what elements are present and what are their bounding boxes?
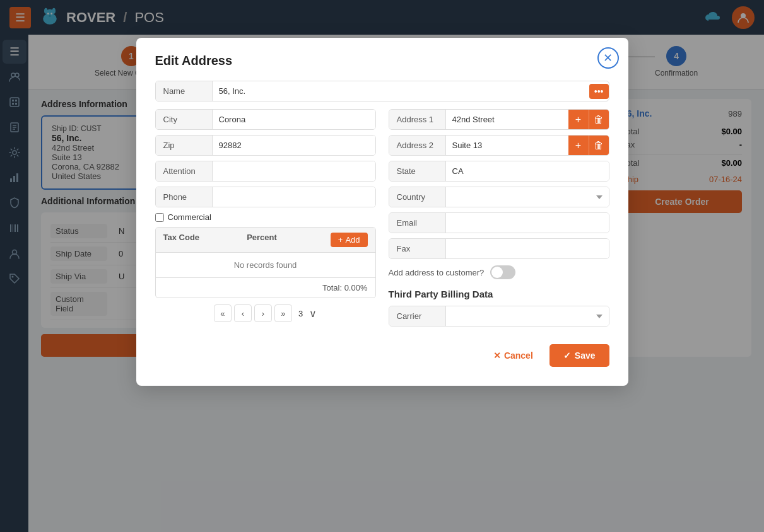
city-field-row: City	[155, 109, 376, 130]
cancel-label: Cancel	[504, 350, 533, 361]
attention-label: Attention	[156, 161, 213, 181]
modal-close-button[interactable]: ✕	[597, 47, 619, 69]
address1-add-button[interactable]: +	[568, 110, 589, 129]
add-address-toggle[interactable]	[490, 265, 515, 279]
fax-input[interactable]	[446, 239, 609, 258]
country-label: Country	[389, 187, 446, 207]
tax-empty-message: No records found	[156, 253, 375, 277]
zip-label: Zip	[156, 136, 213, 155]
first-page-button[interactable]: «	[214, 304, 232, 322]
modal-footer: ✕ Cancel ✓ Save	[155, 344, 609, 367]
plus-icon: +	[338, 235, 343, 245]
email-input[interactable]	[446, 213, 609, 233]
commercial-checkbox[interactable]	[155, 213, 164, 222]
name-input[interactable]	[213, 81, 584, 101]
address2-label: Address 2	[389, 136, 446, 155]
attention-input[interactable]	[213, 161, 375, 181]
address1-delete-button[interactable]: 🗑	[589, 110, 609, 129]
state-label: State	[389, 161, 446, 181]
address1-label: Address 1	[389, 110, 446, 129]
more-options-button[interactable]: •••	[589, 84, 609, 99]
next-page-button[interactable]: ›	[254, 304, 272, 322]
address1-actions: + 🗑	[568, 110, 609, 129]
current-page: 3	[295, 309, 307, 318]
modal-body: City Zip Attention Phone	[155, 109, 609, 332]
modal-overlay: Edit Address ✕ Name ••• City Zip	[0, 0, 764, 532]
state-input[interactable]	[446, 161, 609, 181]
billing-title: Third Party Billing Data	[389, 289, 609, 299]
save-label: Save	[575, 350, 596, 361]
page-dropdown-arrow[interactable]: ∨	[309, 308, 317, 320]
prev-page-button[interactable]: ‹	[234, 304, 252, 322]
fax-label: Fax	[389, 239, 446, 258]
carrier-field-row: Carrier FedEx UPS	[389, 306, 609, 327]
edit-address-modal: Edit Address ✕ Name ••• City Zip	[136, 38, 628, 386]
phone-input[interactable]	[213, 187, 375, 207]
add-address-row: Add address to customer?	[389, 265, 609, 279]
save-check-icon: ✓	[563, 350, 571, 361]
phone-field-row: Phone	[155, 187, 376, 207]
fax-field-row: Fax	[389, 238, 609, 259]
pagination: « ‹ › » 3 ∨	[155, 304, 376, 322]
add-address-label: Add address to customer?	[389, 268, 485, 277]
tax-table: Tax Code Percent + Add No records found …	[155, 227, 376, 298]
carrier-select[interactable]: FedEx UPS	[446, 306, 609, 326]
last-page-button[interactable]: »	[274, 304, 292, 322]
toggle-knob	[491, 267, 503, 278]
address2-delete-button[interactable]: 🗑	[589, 136, 609, 155]
carrier-label: Carrier	[389, 306, 446, 326]
address1-input[interactable]	[446, 110, 568, 129]
commercial-label: Commercial	[168, 212, 211, 222]
cancel-x-icon: ✕	[493, 350, 501, 361]
percent-header: Percent	[247, 233, 331, 247]
address1-field-row: Address 1 + 🗑	[389, 109, 609, 130]
save-button[interactable]: ✓ Save	[549, 344, 609, 367]
commercial-checkbox-row: Commercial	[155, 212, 376, 222]
modal-title: Edit Address	[155, 54, 609, 68]
add-tax-button[interactable]: + Add	[331, 233, 368, 247]
email-label: Email	[389, 213, 446, 233]
add-label: Add	[345, 235, 360, 245]
name-label: Name	[156, 81, 213, 101]
country-select[interactable]: United States Canada	[446, 187, 609, 207]
zip-field-row: Zip	[155, 135, 376, 156]
cancel-button[interactable]: ✕ Cancel	[483, 344, 543, 367]
address2-field-row: Address 2 + 🗑	[389, 135, 609, 156]
name-field-row: Name •••	[155, 81, 609, 101]
tax-code-header: Tax Code	[163, 233, 247, 247]
city-label: City	[156, 110, 213, 129]
add-tax-area: + Add	[331, 233, 368, 247]
city-input[interactable]	[213, 110, 375, 129]
tax-header: Tax Code Percent + Add	[156, 228, 375, 253]
phone-label: Phone	[156, 187, 213, 207]
tax-total: Total: 0.00%	[156, 277, 375, 298]
modal-right-column: Address 1 + 🗑 Address 2 + 🗑	[389, 109, 609, 332]
state-field-row: State	[389, 161, 609, 182]
address2-input[interactable]	[446, 136, 568, 155]
modal-left-column: City Zip Attention Phone	[155, 109, 376, 332]
country-field-row: Country United States Canada	[389, 187, 609, 207]
email-field-row: Email	[389, 212, 609, 233]
address2-actions: + 🗑	[568, 136, 609, 155]
address2-add-button[interactable]: +	[568, 136, 589, 155]
attention-field-row: Attention	[155, 161, 376, 182]
zip-input[interactable]	[213, 136, 375, 155]
